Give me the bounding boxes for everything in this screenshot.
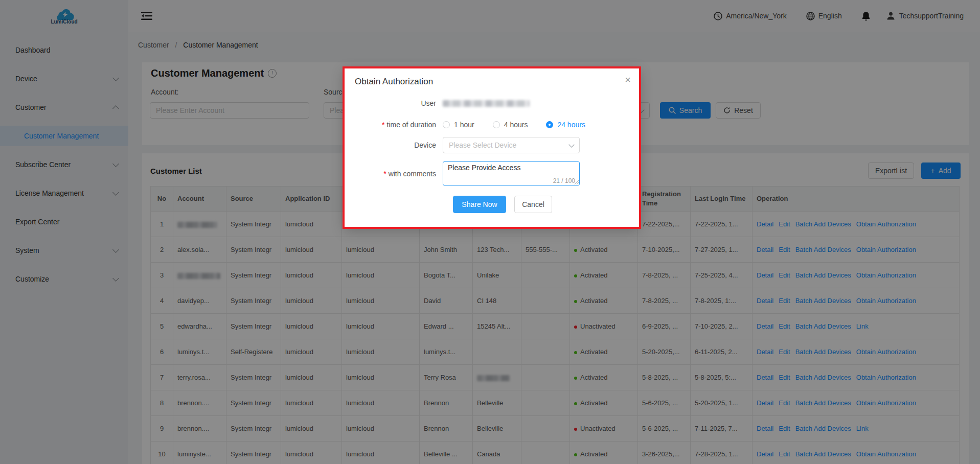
duration-label: *time of duration — [355, 121, 436, 129]
device-select[interactable]: Please Select Device — [443, 137, 580, 153]
radio-1-hour[interactable]: 1 hour — [443, 121, 474, 129]
share-now-button[interactable]: Share Now — [453, 196, 506, 213]
radio-4-hours[interactable]: 4 hours — [493, 121, 528, 129]
close-icon[interactable]: × — [625, 75, 631, 85]
comments-textarea[interactable]: Please Provide Access — [448, 164, 575, 176]
radio-icon — [493, 121, 500, 128]
app-window: LumiCloud DashboardDeviceCustomerCustome… — [0, 0, 980, 464]
comments-field-wrap: Please Provide Access 21 / 100 — [443, 161, 580, 185]
device-label: Device — [355, 141, 436, 149]
comments-label: *with comments — [355, 170, 436, 178]
obtain-authorization-dialog: Obtain Authorization × User *time of dur… — [345, 68, 639, 227]
chevron-down-icon — [568, 142, 574, 147]
radio-24-hours[interactable]: 24 hours — [546, 121, 585, 129]
dialog-title: Obtain Authorization — [355, 77, 629, 87]
radio-checked-icon — [546, 121, 553, 128]
user-label: User — [355, 99, 436, 107]
user-value-redacted — [443, 100, 530, 107]
resize-handle[interactable] — [575, 180, 579, 184]
char-counter: 21 / 100 — [553, 177, 575, 184]
required-asterisk: * — [382, 121, 384, 129]
radio-icon — [443, 121, 450, 128]
required-asterisk: * — [383, 170, 386, 178]
cancel-button[interactable]: Cancel — [514, 196, 552, 213]
